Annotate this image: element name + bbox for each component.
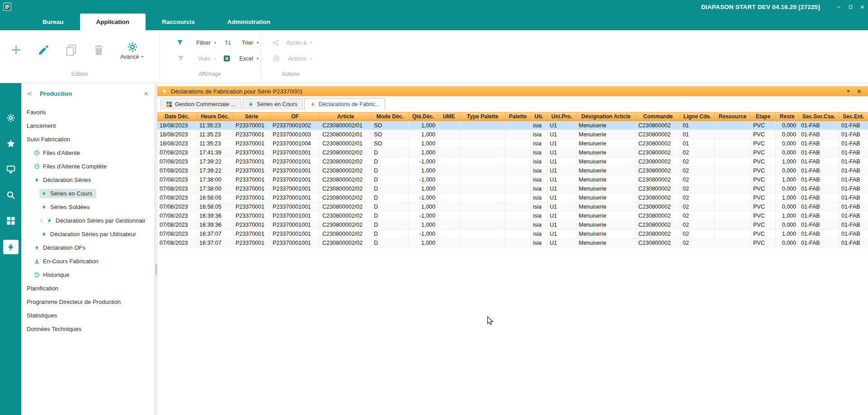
table-cell: 02 bbox=[680, 238, 715, 247]
vues-button[interactable]: Vues bbox=[166, 55, 217, 62]
column-header-sec-sor-csa[interactable]: Sec.Sor.Csa. bbox=[799, 112, 839, 121]
sidebar-item-donnees-techniques[interactable]: Données Techniques bbox=[21, 322, 155, 336]
table-row[interactable]: 07/08/202316:58:05P23370001P23370001001C… bbox=[157, 202, 868, 211]
table-row[interactable]: 07/08/202317:39:22P23370001P23370001001C… bbox=[157, 157, 868, 166]
sidebar-item-historique[interactable]: Historique bbox=[21, 268, 155, 281]
trash-icon bbox=[93, 44, 105, 56]
table-row[interactable]: 07/08/202316:37:07P23370001P23370001001C… bbox=[157, 238, 868, 247]
table-cell: 17:41:39 bbox=[197, 148, 233, 157]
column-header-heure-dec[interactable]: Heure Déc. bbox=[197, 112, 233, 121]
sidebar-item-en-cours-fabrication[interactable]: En-Cours Fabrication bbox=[21, 254, 155, 268]
sidebar-splitter[interactable] bbox=[155, 83, 157, 415]
table-cell: 02 bbox=[680, 220, 715, 229]
panel-collapse-button[interactable] bbox=[846, 89, 851, 94]
table-cell bbox=[438, 184, 460, 193]
sidebar: Production FavorisLancementSuivi Fabrica… bbox=[21, 83, 155, 415]
filtrer-button[interactable]: Filtrer bbox=[166, 39, 217, 46]
window-minimize-button[interactable] bbox=[833, 0, 844, 14]
column-header-uni-pro[interactable]: Uni.Pro. bbox=[547, 112, 576, 121]
table-row[interactable]: 18/08/202311:35:23P23370001P23370001002C… bbox=[157, 121, 868, 130]
menu-tab-administration[interactable]: Administration bbox=[211, 14, 287, 30]
sidebar-item-declaration-series-par-utilisateur[interactable]: Déclaration Séries par Utilisateur bbox=[21, 227, 155, 241]
column-header-ressource[interactable]: Ressource bbox=[715, 112, 751, 121]
sidebar-close-button[interactable] bbox=[143, 91, 149, 97]
sidebar-item-programme-directeur-de-production[interactable]: Programme Directeur de Production bbox=[21, 295, 155, 308]
sidebar-item-statistiques[interactable]: Statistiques bbox=[21, 308, 155, 322]
sidebar-item-files-d-attente[interactable]: Files d'Attente bbox=[21, 146, 155, 159]
delete-button[interactable] bbox=[93, 44, 105, 57]
table-row[interactable]: 18/08/202311:35:23P23370001P23370001003C… bbox=[157, 130, 868, 139]
sidebar-item-suivi-fabrication[interactable]: Suivi Fabrication bbox=[21, 132, 155, 146]
column-header-serie[interactable]: Série bbox=[233, 112, 270, 121]
column-header-commande[interactable]: Commande bbox=[636, 112, 680, 121]
module-search-button[interactable] bbox=[3, 188, 19, 202]
column-header-of[interactable]: OF bbox=[270, 112, 320, 121]
sidebar-item-declaration-series[interactable]: Déclaration Séries bbox=[21, 173, 155, 187]
column-header-type-palette[interactable]: Type Palette bbox=[460, 112, 505, 121]
table-row[interactable]: 07/08/202317:41:39P23370001P23370001001C… bbox=[157, 148, 868, 157]
column-header-mode-dec[interactable]: Mode Déc. bbox=[372, 112, 409, 121]
column-header-uti[interactable]: Uti. bbox=[531, 112, 547, 121]
sidebar-collapse-button[interactable] bbox=[27, 91, 33, 97]
module-data-tables-button[interactable] bbox=[3, 214, 19, 228]
table-cell bbox=[505, 139, 531, 148]
column-header-date-dec[interactable]: Date Déc. bbox=[157, 112, 197, 121]
module-desktop-button[interactable] bbox=[3, 163, 19, 176]
sidebar-item-declaration-series-par-gestionnair[interactable]: Déclaration Séries par Gestionnair bbox=[21, 214, 155, 227]
table-row[interactable]: 07/08/202317:38:00P23370001P23370001001C… bbox=[157, 184, 868, 193]
column-header-sec-ent[interactable]: Sec.Ent. bbox=[839, 112, 868, 121]
module-modules-button[interactable] bbox=[3, 111, 19, 125]
sidebar-item-series-soldees[interactable]: Séries Soldées bbox=[21, 200, 155, 214]
table-row[interactable]: 07/08/202317:39:22P23370001P23370001001C… bbox=[157, 166, 868, 175]
expand-icon[interactable] bbox=[39, 219, 43, 223]
sidebar-item-favoris[interactable]: Favoris bbox=[21, 105, 155, 119]
menu-tab-bureau[interactable]: Bureau bbox=[26, 14, 80, 30]
tab-gestion-commerciale[interactable]: Gestion Commerciale ... bbox=[160, 98, 241, 110]
splitter-grip[interactable] bbox=[156, 264, 157, 275]
column-header-article[interactable]: Article bbox=[320, 112, 372, 121]
sidebar-item-series-en-cours[interactable]: Séries en Cours bbox=[21, 187, 155, 200]
tab-declarations-de-fabric[interactable]: Déclarations de Fabric... bbox=[304, 98, 385, 110]
excel-button[interactable]: Excel bbox=[217, 55, 259, 62]
table-row[interactable]: 07/08/202316:39:36P23370001P23370001001C… bbox=[157, 220, 868, 229]
table-cell: 1,000 bbox=[409, 202, 438, 211]
column-header-palette[interactable]: Palette bbox=[505, 112, 531, 121]
table-cell: 01-FAB bbox=[799, 193, 839, 202]
table-cell: 1,000 bbox=[776, 211, 799, 220]
edit-button[interactable] bbox=[38, 44, 50, 57]
column-header-designation-article[interactable]: Désignation Article bbox=[576, 112, 636, 121]
menu-tab-raccourcis[interactable]: Raccourcis bbox=[146, 14, 211, 30]
actions-button[interactable]: Actions bbox=[268, 55, 313, 62]
sidebar-item-lancement[interactable]: Lancement bbox=[21, 119, 155, 132]
column-header-qte-dec[interactable]: Qté.Déc. bbox=[409, 112, 438, 121]
table-cell bbox=[505, 166, 531, 175]
table-row[interactable]: 07/08/202316:37:07P23370001P23370001001C… bbox=[157, 229, 868, 238]
column-header-etape[interactable]: Etape bbox=[751, 112, 776, 121]
column-header-reste[interactable]: Reste bbox=[776, 112, 799, 121]
table-row[interactable]: 07/08/202316:39:36P23370001P23370001001C… bbox=[157, 211, 868, 220]
table-row[interactable]: 18/08/202311:35:23P23370001P23370001004C… bbox=[157, 139, 868, 148]
sidebar-item-files-d-attente-complete[interactable]: Files d'Attente Complète bbox=[21, 159, 155, 173]
menu-tab-application[interactable]: Application bbox=[80, 14, 146, 30]
window-maximize-button[interactable] bbox=[844, 0, 856, 14]
module-favorites-button[interactable] bbox=[3, 137, 19, 150]
table-row[interactable]: 07/08/202317:38:00P23370001P23370001001C… bbox=[157, 175, 868, 184]
window-close-button[interactable] bbox=[856, 0, 868, 14]
column-header-ligne-cde[interactable]: Ligne Cde. bbox=[680, 112, 715, 121]
copy-button[interactable] bbox=[65, 44, 77, 57]
panel-close-button[interactable] bbox=[856, 89, 862, 94]
acces-a-label: Accès à bbox=[287, 40, 307, 46]
sidebar-item-declaration-ofs[interactable]: Déclaration OFs bbox=[21, 241, 155, 254]
table-row[interactable]: 07/08/202316:58:05P23370001P23370001001C… bbox=[157, 193, 868, 202]
sidebar-item-planification[interactable]: Planification bbox=[21, 281, 155, 295]
tab-series-en-cours[interactable]: Séries en Cours bbox=[242, 98, 303, 110]
acces-a-button[interactable]: Accès à bbox=[268, 39, 313, 46]
add-button[interactable] bbox=[10, 44, 22, 57]
advanced-button[interactable]: Avancé bbox=[120, 42, 144, 60]
table-cell bbox=[505, 211, 531, 220]
sidebar-item-label: Déclaration Séries par Utilisateur bbox=[50, 231, 136, 238]
column-header-ume[interactable]: UME bbox=[438, 112, 460, 121]
trier-button[interactable]: Trier bbox=[217, 39, 259, 46]
module-production-button[interactable] bbox=[3, 240, 19, 254]
table-cell: 02 bbox=[680, 166, 715, 175]
